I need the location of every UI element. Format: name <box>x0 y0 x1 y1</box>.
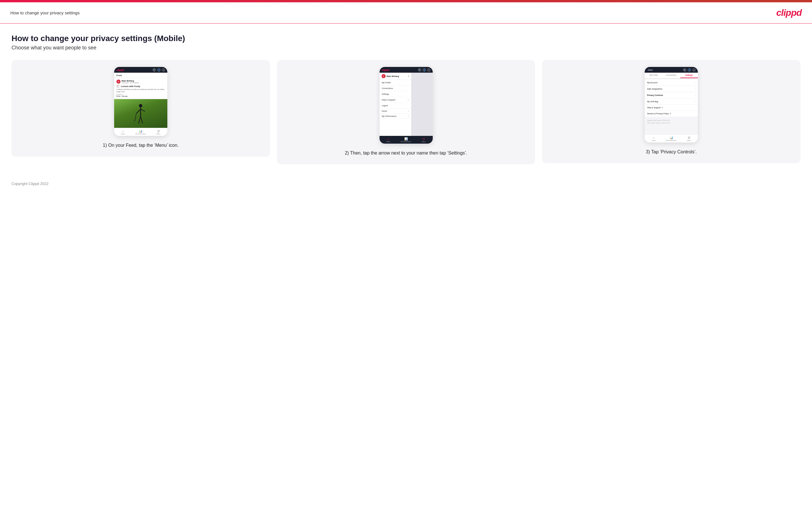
avatar-1: B <box>116 79 120 83</box>
s3-menu-icon: ☰ <box>688 136 691 139</box>
close-icon: ✕ <box>423 137 425 140</box>
svg-line-3 <box>141 109 145 111</box>
drawer-help-support[interactable]: Help & Support↗ <box>379 97 411 103</box>
phone-mockup-2: clippd 🔍 👤 ⚙ B <box>379 67 433 144</box>
phone-body-2: B Blair McHarg ∧ My Profile Connections … <box>379 73 433 136</box>
drawer-my-profile[interactable]: My Profile <box>379 80 411 86</box>
step-3-caption: 3) Tap ‘Privacy Controls’. <box>646 149 697 155</box>
s2-nav-performance: 📊 My Performance <box>397 137 415 143</box>
home-icon: ⌂ <box>122 129 124 133</box>
s3-performance-label: My Performance <box>666 139 676 141</box>
tab-connections[interactable]: Connections <box>662 73 680 78</box>
phone-topbar-3: ‹ Back 🔍 👤 ⚙ <box>645 67 698 73</box>
page-subheading: Choose what you want people to see <box>11 45 801 51</box>
header-title: How to change your privacy settings <box>10 10 80 15</box>
feed-post-title-row: 🏌 Lesson with Fordy <box>116 84 165 88</box>
s3-nav-performance: 📊 My Performance <box>662 136 680 141</box>
s2-nav-close[interactable]: ✕ Menu <box>415 137 433 143</box>
step-1-card: clippd 🔍 👤 ⚙ Feed B Blair McHarg <box>11 60 270 157</box>
drawer-user-row: B Blair McHarg <box>382 74 399 78</box>
search-icon: 🔍 <box>153 68 156 71</box>
footer: Copyright Clippd 2022 <box>0 176 812 191</box>
version-info: Clippd Client Version: 2022.8.3-3 SQL Se… <box>645 117 698 127</box>
list-item-help-support[interactable]: Help & Support ↗ <box>645 105 698 111</box>
main-content: How to change your privacy settings (Mob… <box>0 23 812 176</box>
phone-topbar-1: clippd 🔍 👤 ⚙ <box>114 67 167 73</box>
accent-bar <box>0 0 812 2</box>
s3-nav-home: ⌂ Home <box>645 136 662 141</box>
feed-label: Feed <box>114 73 167 78</box>
s2-menu-label: Menu <box>422 141 425 143</box>
drawer-home-section[interactable]: Home ∨ <box>379 109 411 114</box>
feed-duration-val: 01 hr : 30 min <box>116 95 165 97</box>
back-button[interactable]: ‹ Back <box>647 69 653 71</box>
nav-performance-1: 📊 My Performance <box>132 129 150 135</box>
phone-topbar-2: clippd 🔍 👤 ⚙ <box>379 67 433 73</box>
phone-mockup-1: clippd 🔍 👤 ⚙ Feed B Blair McHarg <box>114 67 167 136</box>
feed-user-info: Blair McHarg Yesterday · Sunningdale <box>121 80 139 83</box>
tab-settings[interactable]: Settings <box>680 73 698 78</box>
s2-nav-home: ⌂ Home <box>379 137 397 143</box>
s3-home-label: Home <box>652 139 655 141</box>
drawer-avatar: B <box>382 74 386 78</box>
drawer-performance-section[interactable]: My Performance ∨ <box>379 114 411 119</box>
golf-icon: 🏌 <box>116 84 120 88</box>
s3-nav-menu[interactable]: ☰ Menu <box>680 136 698 141</box>
steps-row: clippd 🔍 👤 ⚙ Feed B Blair McHarg <box>11 60 801 164</box>
list-item-my-golf-bag[interactable]: My Golf Bag › <box>645 99 698 105</box>
home-label: Home <box>121 133 125 135</box>
search-icon-3: 🔍 <box>683 68 687 71</box>
logo: clippd <box>776 7 802 18</box>
nav-menu-1[interactable]: ☰ Menu <box>150 129 167 135</box>
step-2-card: clippd 🔍 👤 ⚙ B <box>277 60 536 164</box>
drawer-connections[interactable]: Connections <box>379 86 411 91</box>
drawer-menu: B Blair McHarg ∧ My Profile Connections … <box>379 73 411 136</box>
copyright-text: Copyright Clippd 2022 <box>11 181 49 186</box>
user-icon-2: 👤 <box>423 68 426 71</box>
version-sql: SQL Server Version: 2022.7.30-1 <box>647 122 696 124</box>
arrow-icon-4: › <box>695 100 696 103</box>
feed-post-title: Lesson with Fordy <box>121 85 140 88</box>
menu-icon: ☰ <box>157 129 160 133</box>
svg-point-0 <box>139 104 142 107</box>
settings-icon-2: ⚙ <box>427 68 430 71</box>
menu-label: Menu <box>157 133 160 135</box>
tab-my-profile[interactable]: My Profile <box>645 73 662 78</box>
header: How to change your privacy settings clip… <box>0 2 812 23</box>
s2-home-icon: ⌂ <box>387 137 389 140</box>
version-client: Clippd Client Version: 2022.8.3-3 <box>647 119 696 122</box>
user-icon-3: 👤 <box>688 68 691 71</box>
arrow-icon-2: › <box>695 88 696 90</box>
s3-performance-icon: 📊 <box>670 136 673 139</box>
settings-icon-3: ⚙ <box>693 68 696 71</box>
chevron-down-icon-2: ∨ <box>408 115 409 117</box>
list-item-privacy-controls[interactable]: Privacy Controls › <box>645 92 698 99</box>
step-2-caption: 2) Then, tap the arrow next to your name… <box>345 150 467 156</box>
drawer-settings[interactable]: Settings <box>379 91 411 97</box>
drawer-username: Blair McHarg <box>387 75 399 77</box>
page-heading: How to change your privacy settings (Mob… <box>11 34 801 43</box>
step-3-card: ‹ Back 🔍 👤 ⚙ My Profile Connections Sett… <box>542 60 801 163</box>
privacy-controls-label: Privacy Controls <box>647 94 663 96</box>
feed-image <box>114 99 167 128</box>
phone-mockup-3: ‹ Back 🔍 👤 ⚙ My Profile Connections Sett… <box>645 67 698 143</box>
step-1-caption: 1) On your Feed, tap the ‘Menu’ icon. <box>103 142 179 149</box>
nav-home-1: ⌂ Home <box>114 129 132 135</box>
phone-bottom-nav-1: ⌂ Home 📊 My Performance ☰ Menu <box>114 128 167 136</box>
list-item-data-integrations[interactable]: Data Integrations › <box>645 86 698 92</box>
feed-post: B Blair McHarg Yesterday · Sunningdale 🏌… <box>114 78 167 99</box>
phone-logo-2: clippd <box>382 69 390 71</box>
my-account-label: My Account <box>647 81 657 83</box>
feed-post-desc: Looking to feel like my hands are exitin… <box>116 89 165 93</box>
feed-date: Yesterday · Sunningdale <box>121 82 139 83</box>
s2-home-label: Home <box>387 141 390 143</box>
drawer-logout[interactable]: Logout <box>379 103 411 109</box>
my-golf-bag-label: My Golf Bag <box>647 101 658 103</box>
list-item-service-privacy[interactable]: Service & Privacy Policy ↗ <box>645 111 698 117</box>
list-item-my-account[interactable]: My Account › <box>645 79 698 86</box>
s3-menu-label: Menu <box>687 139 691 141</box>
search-icon-2: 🔍 <box>418 68 421 71</box>
arrow-icon-3: › <box>695 94 696 97</box>
arrow-icon-1: › <box>695 81 696 84</box>
feed-username: Blair McHarg <box>121 80 139 82</box>
